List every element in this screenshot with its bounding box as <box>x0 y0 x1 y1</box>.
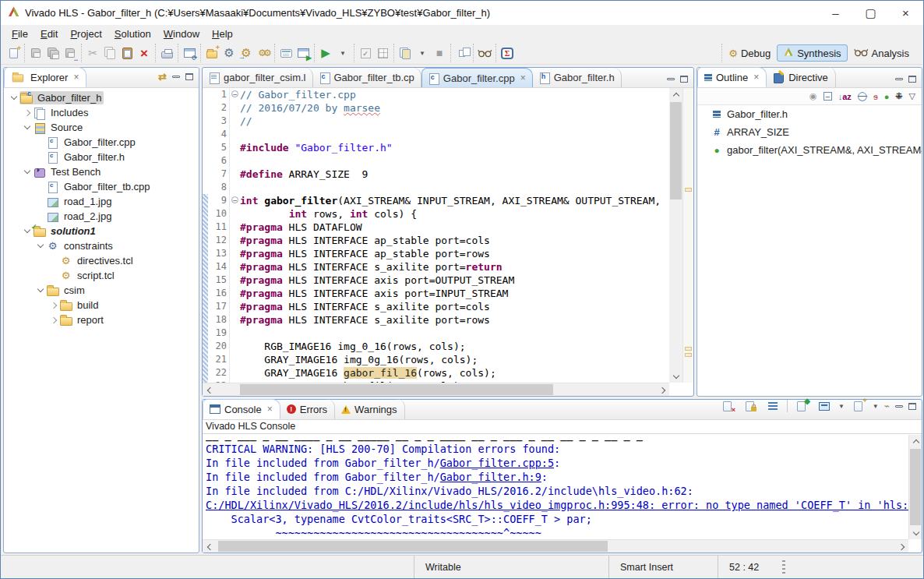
close-icon[interactable]: × <box>753 72 759 83</box>
view-menu-icon[interactable]: ▽ <box>909 91 915 101</box>
outline-item[interactable]: #ARRAY_SIZE <box>697 123 922 141</box>
hide-static-icon[interactable]: s <box>873 92 878 101</box>
menu-help[interactable]: Help <box>206 26 239 41</box>
editor-tab-gabor-filter-csim-l[interactable]: gabor_filter_csim.l <box>203 68 313 87</box>
tree-item-csim[interactable]: csim <box>4 283 199 298</box>
tree-item-report[interactable]: report <box>4 312 199 327</box>
open-console-icon[interactable]: + <box>850 397 867 415</box>
editor-vertical-scrollbar[interactable] <box>669 88 682 383</box>
expand-icon[interactable] <box>48 303 59 308</box>
menu-solution[interactable]: Solution <box>108 26 157 41</box>
export-report-icon[interactable] <box>397 44 414 62</box>
editor-horizontal-scrollbar[interactable] <box>203 383 669 396</box>
editor-overview-ruler[interactable] <box>682 88 693 383</box>
perspective-analysis[interactable]: Analysis <box>848 45 915 62</box>
toggle-check-icon[interactable]: ✓ <box>357 44 374 62</box>
project-settings-icon[interactable]: ⚙ <box>220 44 238 62</box>
tree-item-test-bench[interactable]: Test Bench <box>4 164 199 179</box>
console-link[interactable]: C:/HDL/Xilinx/Vivado_HLS/2016.2/include/… <box>206 499 908 511</box>
perspective-synthesis[interactable]: Synthesis <box>777 44 847 62</box>
close-icon[interactable]: × <box>267 404 273 415</box>
minimize-view-icon[interactable] <box>895 78 903 80</box>
tab-warnings[interactable]: Warnings <box>335 399 404 419</box>
link-with-editor-icon[interactable]: ⇄ <box>158 71 167 83</box>
clear-console-icon[interactable]: × <box>719 397 736 415</box>
new-file-icon[interactable]: + <box>5 44 22 62</box>
run-csynth-icon[interactable]: ▶ <box>317 44 334 62</box>
dropdown-icon[interactable]: ▼ <box>334 44 351 62</box>
help-sigma-icon[interactable]: Σ <box>499 44 516 62</box>
console-output[interactable]: __ _ ___ _ __ ____ _ __ _____ __ _ _ ___… <box>203 435 908 539</box>
console-link[interactable]: Gabor_filter.h:9 <box>440 471 541 483</box>
tab-console[interactable]: Console × <box>203 399 280 419</box>
window-minimize-button[interactable]: – <box>818 1 853 25</box>
tree-item-gabor-filter-h[interactable]: cGabor_filter_h <box>4 90 199 105</box>
minimize-view-icon[interactable] <box>172 76 180 78</box>
expand-icon[interactable] <box>48 318 59 323</box>
code-editor[interactable]: 1−// Gabor_filter.cpp2// 2016/07/20 by m… <box>203 88 669 383</box>
console-vertical-scrollbar[interactable] <box>908 435 922 539</box>
tree-item-road-2-jpg[interactable]: road_2.jpg <box>4 209 199 224</box>
compare-reports-icon[interactable] <box>453 44 471 62</box>
expand-icon[interactable] <box>22 111 33 115</box>
console-link[interactable]: Gabor_filter.cpp:5 <box>440 457 554 469</box>
sort-alpha-icon[interactable]: ↓az <box>838 92 852 101</box>
close-icon[interactable]: × <box>520 72 526 83</box>
editor-tab-gabor-filter-cpp[interactable]: Gabor_filter.cpp× <box>421 68 533 87</box>
menu-window[interactable]: Window <box>157 26 206 41</box>
maximize-view-icon[interactable] <box>908 403 916 410</box>
collapse-icon[interactable] <box>35 245 46 247</box>
save-as-icon[interactable]: .. <box>62 44 79 62</box>
cut-icon[interactable]: ✂ <box>84 44 101 62</box>
delete-icon[interactable]: × <box>136 44 153 62</box>
pin-console-icon[interactable]: ◆ <box>793 397 810 415</box>
menu-edit[interactable]: Edit <box>34 26 64 41</box>
editor-tab-gabor-filter-tb-cp[interactable]: Gabor_filter_tb.cp <box>313 68 421 87</box>
tree-item-build[interactable]: build <box>4 298 199 312</box>
minimize-editor-icon[interactable] <box>667 78 675 80</box>
print-icon[interactable] <box>158 44 175 62</box>
save-all-icon[interactable] <box>44 44 62 62</box>
dropdown-icon[interactable]: ▼ <box>414 44 431 62</box>
tree-item-gabor-filter-h[interactable]: cGabor_filter.h <box>4 150 199 164</box>
perspective-debug[interactable]: ⚙Debug <box>722 45 777 62</box>
menu-file[interactable]: File <box>5 26 34 41</box>
display-console-menu-icon[interactable]: ▼ <box>838 403 845 410</box>
open-terminal-icon[interactable]: ▶ <box>294 44 312 62</box>
maximize-view-icon[interactable] <box>185 73 193 80</box>
word-wrap-icon[interactable] <box>764 397 781 415</box>
tree-item-road-1-jpg[interactable]: road_1.jpg <box>4 194 199 209</box>
scroll-lock-icon[interactable] <box>742 397 759 415</box>
editor-tab-gabor-filter-h[interactable]: Gabor_filter.h <box>533 68 622 87</box>
solution-settings-icon[interactable]: ⚙⚙ <box>255 44 272 62</box>
open-console-menu-icon[interactable]: ▼ <box>873 403 879 410</box>
run-flow-icon[interactable]: ⚙→ <box>238 44 255 62</box>
tree-item-solution1[interactable]: ✓solution1 <box>4 224 199 238</box>
new-project-icon[interactable]: + <box>203 44 220 62</box>
minimize-view-icon[interactable] <box>895 405 903 408</box>
tree-item-constraints[interactable]: ⚙constraints <box>4 238 199 253</box>
tree-item-gabor-filter-cpp[interactable]: cGabor_filter.cpp <box>4 135 199 150</box>
collapse-icon[interactable] <box>22 126 33 129</box>
tree-item-includes[interactable]: Includes <box>4 105 199 120</box>
maximize-view-icon[interactable] <box>908 76 916 83</box>
format-icon[interactable]: ⌁ <box>884 401 890 411</box>
collapse-icon[interactable] <box>22 171 33 173</box>
tab-errors[interactable]: ! Errors <box>280 399 335 419</box>
save-icon[interactable] <box>27 44 44 62</box>
close-icon[interactable]: × <box>73 72 79 83</box>
run-csim-icon[interactable] <box>277 44 294 62</box>
maximize-editor-icon[interactable] <box>680 76 688 83</box>
outline-item[interactable]: ●gabor_filter(AXI_STREAM&, AXI_STREAM&, <box>697 141 922 159</box>
display-console-icon[interactable] <box>816 397 833 415</box>
analysis-glasses-icon[interactable] <box>476 44 493 62</box>
outline-item[interactable]: Gabor_filter.h <box>697 105 922 123</box>
explorer-view-icon[interactable]: ⟳ <box>181 44 198 62</box>
grid-view-icon[interactable] <box>374 44 391 62</box>
collapse-icon[interactable] <box>9 97 19 99</box>
paste-icon[interactable] <box>118 44 136 62</box>
fold-marker-icon[interactable]: − <box>231 196 238 203</box>
menu-project[interactable]: Project <box>64 26 108 41</box>
tree-item-gabor-filter-tb-cpp[interactable]: cGabor_filter_tb.cpp <box>4 179 199 194</box>
tree-item-directives-tcl[interactable]: ⚙directives.tcl <box>4 253 199 268</box>
